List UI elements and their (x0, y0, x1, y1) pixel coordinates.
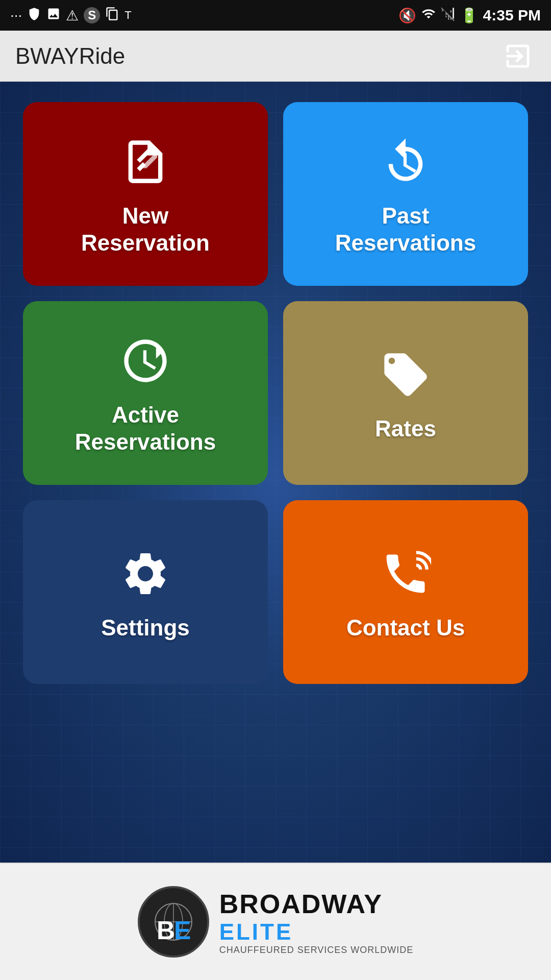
copy-icon (105, 7, 119, 24)
past-reservations-label: PastReservations (335, 203, 476, 257)
settings-tile[interactable]: Settings (23, 500, 268, 684)
gear-icon (115, 543, 176, 604)
logo-text: BROADWAY ELITE CHAUFFEURED SERVICES WORL… (219, 889, 414, 955)
tile-row-1: NewReservation PastReservations (15, 102, 536, 286)
brand-sub: ELITE (219, 919, 293, 945)
new-reservation-label: NewReservation (81, 203, 210, 257)
brand-tagline: CHAUFFEURED SERVICES WORLDWIDE (219, 945, 414, 955)
clock-forward-icon (115, 330, 176, 391)
clock-back-icon (375, 131, 436, 192)
phone-waves-icon (375, 543, 436, 604)
brand-name: BROADWAY (219, 889, 383, 919)
s-icon: S (84, 7, 100, 23)
svg-text:$: $ (402, 371, 409, 385)
status-right-icons: 🔇 🔋 4:35 PM (398, 7, 541, 24)
rates-tile[interactable]: $ Rates (283, 301, 528, 485)
t-icon: T (124, 9, 131, 22)
contact-us-tile[interactable]: Contact Us (283, 500, 528, 684)
brand-logo: B E BROADWAY ELITE CHAUFFEURED SERVICES … (138, 886, 414, 958)
warning-icon: ⚠ (66, 7, 79, 24)
image-icon (46, 7, 61, 24)
contact-us-label: Contact Us (346, 615, 465, 642)
footer: B E BROADWAY ELITE CHAUFFEURED SERVICES … (0, 863, 551, 980)
new-reservation-tile[interactable]: NewReservation (23, 102, 268, 286)
notification-icon: ··· (10, 7, 22, 23)
price-tag-icon: $ (375, 344, 436, 405)
active-reservations-tile[interactable]: ActiveReservations (23, 301, 268, 485)
signal-icon (441, 7, 455, 24)
status-bar: ··· ⚠ S T 🔇 🔋 4:35 PM (0, 0, 551, 31)
logo-circle: B E (138, 886, 209, 958)
rates-label: Rates (375, 415, 436, 443)
status-left-icons: ··· ⚠ S T (10, 7, 132, 24)
battery-icon: 🔋 (460, 7, 478, 24)
app-title: BWAYRide (15, 43, 125, 69)
active-reservations-label: ActiveReservations (75, 402, 216, 456)
past-reservations-tile[interactable]: PastReservations (283, 102, 528, 286)
time-display: 4:35 PM (483, 7, 541, 24)
main-content: NewReservation PastReservations (0, 82, 551, 863)
mute-icon: 🔇 (398, 7, 416, 24)
tile-row-2: ActiveReservations $ Rates (15, 301, 536, 485)
settings-label: Settings (101, 615, 190, 642)
wifi-icon (421, 7, 436, 24)
document-edit-icon (115, 131, 176, 192)
app-bar: BWAYRide (0, 31, 551, 82)
tile-row-3: Settings Contact Us (15, 500, 536, 684)
shield-icon (27, 7, 41, 24)
logout-button[interactable] (500, 38, 536, 74)
